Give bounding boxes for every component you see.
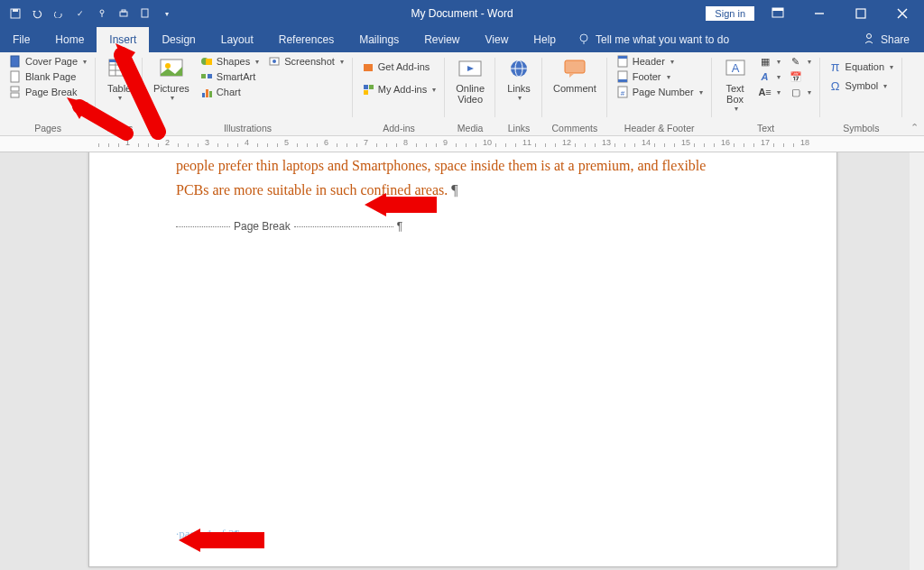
undo-icon[interactable] xyxy=(31,7,43,20)
horizontal-ruler[interactable]: 123456789101112131415161718 xyxy=(0,136,924,152)
header-button[interactable]: Header▾ xyxy=(613,54,707,69)
quickprint-icon[interactable] xyxy=(117,7,130,20)
ribbon-display-icon[interactable] xyxy=(760,1,796,26)
table-button[interactable]: Table▾ xyxy=(101,54,137,104)
tab-home[interactable]: Home xyxy=(42,27,97,52)
pagenum-icon: # xyxy=(616,86,629,98)
tab-file[interactable]: File xyxy=(0,27,42,52)
svg-rect-29 xyxy=(201,74,206,78)
equation-button[interactable]: πEquation▾ xyxy=(826,60,897,74)
datetime-button[interactable]: 📅 xyxy=(786,69,815,84)
signin-button[interactable]: Sign in xyxy=(706,6,754,21)
svg-point-26 xyxy=(165,63,171,69)
svg-rect-32 xyxy=(206,89,208,97)
group-pages: Cover Page▾ Blank Page Page Break Pages xyxy=(0,52,96,135)
symbol-icon: Ω xyxy=(829,79,842,92)
shapes-button[interactable]: Shapes▾ xyxy=(197,54,263,69)
share-button[interactable]: Share xyxy=(849,27,924,52)
comment-icon xyxy=(562,56,587,81)
screenshot-button[interactable]: Screenshot▾ xyxy=(264,54,347,69)
links-button[interactable]: Links▾ xyxy=(501,54,537,104)
shapes-icon xyxy=(200,55,213,68)
svg-rect-48 xyxy=(618,79,627,82)
svg-rect-18 xyxy=(11,93,19,97)
touch-icon[interactable] xyxy=(96,7,108,20)
svg-rect-33 xyxy=(209,91,212,97)
page-number-button[interactable]: #Page Number▾ xyxy=(613,85,707,99)
smartart-button[interactable]: SmartArt xyxy=(197,69,263,84)
svg-rect-37 xyxy=(364,85,368,89)
signature-button[interactable]: ✎▾ xyxy=(786,54,815,69)
share-icon xyxy=(864,32,875,47)
symbol-button[interactable]: ΩSymbol▾ xyxy=(826,78,897,93)
svg-rect-3 xyxy=(120,12,127,16)
lightbulb-icon xyxy=(578,32,590,48)
svg-point-14 xyxy=(866,34,871,39)
svg-point-35 xyxy=(273,60,276,63)
quickparts-icon: ▦ xyxy=(759,55,772,68)
minimize-button[interactable] xyxy=(801,1,837,26)
group-comments: Comment Comments xyxy=(542,52,607,135)
group-addins: Get Add-ins My Add-ins▾ Add-ins xyxy=(353,52,445,135)
page-break-icon xyxy=(9,86,22,98)
document-area: 123456789101112131415161718 people prefe… xyxy=(0,136,924,570)
online-video-button[interactable]: OnlineVideo xyxy=(450,54,490,106)
page-break-button[interactable]: Page Break xyxy=(5,85,90,99)
page-1[interactable]: people prefer thin laptops and Smartphon… xyxy=(88,152,837,567)
page-break-marker[interactable]: Page Break ¶ xyxy=(176,220,750,233)
chart-button[interactable]: Chart xyxy=(197,85,263,99)
svg-rect-46 xyxy=(618,56,627,59)
comment-button[interactable]: Comment xyxy=(548,54,602,96)
tab-mailings[interactable]: Mailings xyxy=(346,27,411,52)
tab-help[interactable]: Help xyxy=(521,27,568,52)
dropcap-icon: A≡ xyxy=(759,86,772,98)
table-icon xyxy=(106,56,132,81)
vertical-scrollbar[interactable] xyxy=(910,152,924,570)
svg-rect-9 xyxy=(856,9,865,18)
group-tables: Table▾ Tables xyxy=(96,52,143,135)
redo-icon[interactable] xyxy=(52,7,65,20)
svg-text:#: # xyxy=(620,89,624,97)
svg-rect-39 xyxy=(364,90,368,95)
wordart-icon: A xyxy=(759,70,772,83)
maximize-button[interactable] xyxy=(843,1,879,26)
footer-button[interactable]: Footer▾ xyxy=(613,69,707,84)
svg-rect-44 xyxy=(565,60,585,73)
tab-design[interactable]: Design xyxy=(149,27,208,52)
svg-point-2 xyxy=(100,10,104,14)
collapse-ribbon-icon[interactable]: ⌃ xyxy=(910,122,919,133)
spellcheck-icon[interactable]: ✓ xyxy=(74,7,87,20)
header-icon xyxy=(616,55,629,68)
close-button[interactable] xyxy=(884,1,920,26)
group-media: OnlineVideo Media xyxy=(445,52,495,135)
object-button[interactable]: ▢▾ xyxy=(786,85,815,99)
body-paragraph[interactable]: people prefer thin laptops and Smartphon… xyxy=(176,152,750,202)
save-icon[interactable] xyxy=(9,7,22,20)
dropcap-button[interactable]: A≡▾ xyxy=(755,85,784,99)
get-addins-button[interactable]: Get Add-ins xyxy=(358,60,439,74)
tab-insert[interactable]: Insert xyxy=(97,27,149,52)
blank-page-button[interactable]: Blank Page xyxy=(5,69,90,84)
pictures-button[interactable]: Pictures▾ xyxy=(148,54,195,104)
group-symbols: πEquation▾ ΩSymbol▾ Symbols xyxy=(820,52,902,135)
screenshot-icon xyxy=(268,55,281,68)
svg-rect-38 xyxy=(369,85,374,89)
my-addins-button[interactable]: My Add-ins▾ xyxy=(358,82,439,97)
svg-rect-17 xyxy=(11,87,19,91)
textbox-button[interactable]: A TextBox▾ xyxy=(717,54,753,115)
tab-references[interactable]: References xyxy=(266,27,346,52)
svg-rect-24 xyxy=(109,60,129,62)
quick-parts-button[interactable]: ▦▾ xyxy=(755,54,784,69)
tab-review[interactable]: Review xyxy=(411,27,472,52)
group-headerfooter: Header▾ Footer▾ #Page Number▾ Header & F… xyxy=(607,52,712,135)
svg-rect-31 xyxy=(202,93,205,97)
new-icon[interactable] xyxy=(139,7,152,20)
svg-rect-15 xyxy=(11,56,19,67)
wordart-button[interactable]: A▾ xyxy=(755,69,784,84)
tab-layout[interactable]: Layout xyxy=(208,27,266,52)
cover-page-icon xyxy=(9,55,22,68)
qat-customize-dropdown[interactable]: ▾ xyxy=(161,7,173,20)
cover-page-button[interactable]: Cover Page▾ xyxy=(5,54,90,69)
tell-me-search[interactable]: Tell me what you want to do xyxy=(568,27,849,52)
tab-view[interactable]: View xyxy=(473,27,522,52)
